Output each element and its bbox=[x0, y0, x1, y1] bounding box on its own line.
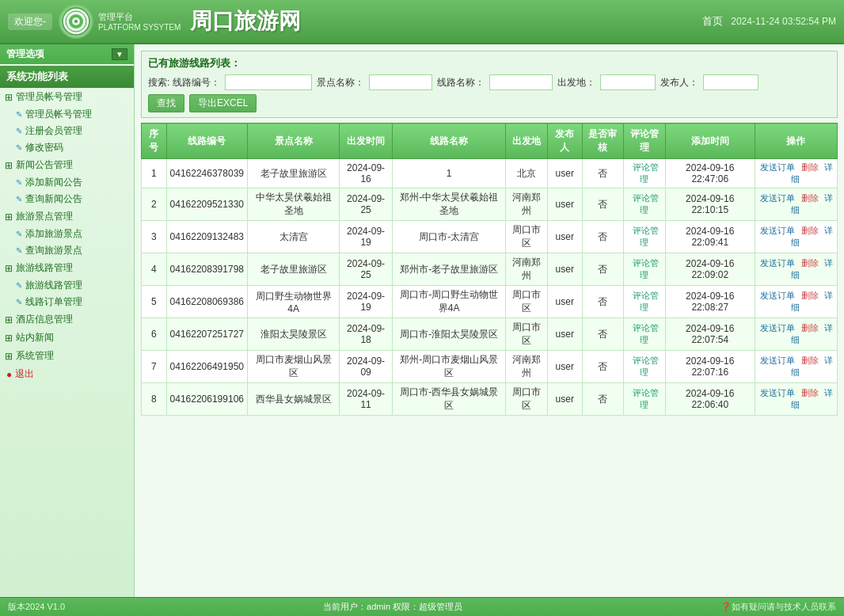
sidebar-section-hotel-title[interactable]: ⊞酒店信息管理 bbox=[0, 310, 134, 329]
cell-publisher: user bbox=[548, 188, 582, 221]
comment-link[interactable]: 评论管理 bbox=[633, 356, 659, 377]
cell-comment[interactable]: 评论管理 bbox=[624, 318, 666, 351]
send-order-link[interactable]: 发送订单 bbox=[760, 323, 795, 333]
cell-depart-time: 2024-09-16 bbox=[340, 159, 393, 188]
delete-link[interactable]: 删除 bbox=[801, 291, 819, 300]
logo bbox=[59, 4, 93, 39]
content-area: 已有旅游线路列表： 搜索: 线路编号： 景点名称： 线路名称： 出发地： 发布人… bbox=[135, 44, 844, 597]
send-order-link[interactable]: 发送订单 bbox=[760, 162, 795, 172]
depart-label: 出发地： bbox=[557, 76, 595, 89]
delete-link[interactable]: 删除 bbox=[801, 226, 819, 235]
exit-button[interactable]: ● 退出 bbox=[0, 365, 134, 383]
home-link[interactable]: 首页 bbox=[702, 14, 723, 29]
send-order-link[interactable]: 发送订单 bbox=[760, 226, 795, 235]
comment-link[interactable]: 评论管理 bbox=[633, 193, 659, 215]
cell-comment[interactable]: 评论管理 bbox=[624, 351, 666, 383]
sidebar-item-password[interactable]: ✎ 修改密码 bbox=[0, 139, 134, 156]
sidebar-section-admin: ⊞管理员帐号管理 ✎ 管理员帐号管理 ✎ 注册会员管理 ✎ 修改密码 bbox=[0, 88, 134, 156]
exit-icon: ● bbox=[6, 369, 12, 380]
th-add-time: 添加时间 bbox=[665, 124, 755, 159]
route-name-input[interactable] bbox=[489, 74, 553, 90]
sidebar-toggle-icon[interactable]: ▼ bbox=[112, 48, 127, 60]
search-row: 搜索: 线路编号： 景点名称： 线路名称： 出发地： 发布人： bbox=[148, 74, 831, 90]
table-row: 8 04162206199106 西华县女娲城景区 2024-09-11 周口市… bbox=[142, 383, 838, 416]
help-link[interactable]: ❓如有疑问请与技术人员联系 bbox=[720, 601, 836, 613]
cell-seq: 6 bbox=[142, 318, 167, 351]
sidebar-item-member[interactable]: ✎ 注册会员管理 bbox=[0, 123, 134, 139]
cell-code: 04162207251727 bbox=[166, 318, 247, 351]
th-comment: 评论管理 bbox=[624, 124, 666, 159]
cell-code: 04162209521330 bbox=[166, 188, 247, 221]
cell-spot: 太清宫 bbox=[247, 221, 339, 253]
cell-route-name: 郑州市-老子故里旅游区 bbox=[392, 253, 505, 286]
sidebar-section-route-title[interactable]: ⊞旅游线路管理 bbox=[0, 259, 134, 277]
search-button[interactable]: 查找 bbox=[148, 94, 184, 112]
comment-link[interactable]: 评论管理 bbox=[633, 258, 659, 279]
sidebar: 管理选项 ▼ 系统功能列表 ⊞管理员帐号管理 ✎ 管理员帐号管理 ✎ 注册会员管… bbox=[0, 44, 135, 597]
cell-depart-time: 2024-09-09 bbox=[340, 351, 393, 383]
cell-add-time: 2024-09-16 22:47:06 bbox=[665, 159, 755, 188]
send-order-link[interactable]: 发送订单 bbox=[760, 356, 795, 365]
cell-depart-place: 周口市区 bbox=[506, 286, 548, 318]
cell-audited: 否 bbox=[582, 221, 624, 253]
cell-comment[interactable]: 评论管理 bbox=[624, 159, 666, 188]
send-order-link[interactable]: 发送订单 bbox=[760, 388, 795, 397]
search-bar: 已有旅游线路列表： 搜索: 线路编号： 景点名称： 线路名称： 出发地： 发布人… bbox=[141, 51, 838, 118]
main-layout: 管理选项 ▼ 系统功能列表 ⊞管理员帐号管理 ✎ 管理员帐号管理 ✎ 注册会员管… bbox=[0, 44, 844, 597]
sidebar-section-system: ⊞系统管理 bbox=[0, 347, 134, 365]
comment-link[interactable]: 评论管理 bbox=[633, 291, 659, 312]
delete-link[interactable]: 删除 bbox=[801, 258, 819, 268]
publisher-input[interactable] bbox=[703, 74, 758, 90]
send-order-link[interactable]: 发送订单 bbox=[760, 193, 795, 203]
sidebar-item-query-spot[interactable]: ✎ 查询旅游景点 bbox=[0, 242, 134, 259]
sidebar-item-add-spot[interactable]: ✎ 添加旅游景点 bbox=[0, 226, 134, 242]
delete-link[interactable]: 删除 bbox=[801, 323, 819, 333]
cell-depart-place: 周口市区 bbox=[506, 221, 548, 253]
sidebar-section-admin-title[interactable]: ⊞管理员帐号管理 bbox=[0, 88, 134, 106]
delete-link[interactable]: 删除 bbox=[801, 356, 819, 365]
delete-link[interactable]: 删除 bbox=[801, 162, 819, 172]
cell-comment[interactable]: 评论管理 bbox=[624, 188, 666, 221]
cell-spot: 周口市麦烟山风景区 bbox=[247, 351, 339, 383]
publisher-label: 发布人： bbox=[660, 76, 698, 89]
delete-link[interactable]: 删除 bbox=[801, 388, 819, 397]
cell-depart-time: 2024-09-19 bbox=[340, 221, 393, 253]
cell-comment[interactable]: 评论管理 bbox=[624, 383, 666, 416]
sidebar-section-sitenews-title[interactable]: ⊞站内新闻 bbox=[0, 329, 134, 347]
comment-link[interactable]: 评论管理 bbox=[633, 162, 659, 184]
delete-link[interactable]: 删除 bbox=[801, 193, 819, 203]
sidebar-item-admin-account[interactable]: ✎ 管理员帐号管理 bbox=[0, 106, 134, 123]
route-code-input[interactable] bbox=[225, 74, 312, 90]
sidebar-item-route-order[interactable]: ✎ 线路订单管理 bbox=[0, 294, 134, 310]
spot-name-input[interactable] bbox=[369, 74, 432, 90]
send-order-link[interactable]: 发送订单 bbox=[760, 291, 795, 300]
table-row: 3 04162209132483 太清宫 2024-09-19 周口市-太清宫 … bbox=[142, 221, 838, 253]
send-order-link[interactable]: 发送订单 bbox=[760, 258, 795, 268]
comment-link[interactable]: 评论管理 bbox=[633, 388, 659, 409]
sidebar-section-news-title[interactable]: ⊞新闻公告管理 bbox=[0, 156, 134, 174]
table-row: 1 04162246378039 老子故里旅游区 2024-09-16 1 北京… bbox=[142, 159, 838, 188]
cell-audited: 否 bbox=[582, 286, 624, 318]
sidebar-section-spot-title[interactable]: ⊞旅游景点管理 bbox=[0, 207, 134, 226]
header: 欢迎您- 管理平台 PLATFORM SYSYTEM 周口旅游网 首页 2024… bbox=[0, 0, 844, 44]
comment-link[interactable]: 评论管理 bbox=[633, 226, 659, 247]
cell-spot: 老子故里旅游区 bbox=[247, 159, 339, 188]
comment-link[interactable]: 评论管理 bbox=[633, 323, 659, 344]
cell-depart-place: 河南郑州 bbox=[506, 351, 548, 383]
cell-comment[interactable]: 评论管理 bbox=[624, 253, 666, 286]
cell-actions: 发送订单 删除 详细 bbox=[755, 188, 837, 221]
export-button[interactable]: 导出EXCEL bbox=[189, 94, 257, 112]
cell-spot: 周口野生动物世界4A bbox=[247, 286, 339, 318]
cell-spot: 淮阳太昊陵景区 bbox=[247, 318, 339, 351]
th-audited: 是否审核 bbox=[582, 124, 624, 159]
cell-route-name: 郑州-中华太昊伏羲始祖圣地 bbox=[392, 188, 505, 221]
cell-comment[interactable]: 评论管理 bbox=[624, 286, 666, 318]
sidebar-item-query-news[interactable]: ✎ 查询新闻公告 bbox=[0, 191, 134, 207]
btn-row: 查找 导出EXCEL bbox=[148, 94, 831, 112]
sidebar-section-system-title[interactable]: ⊞系统管理 bbox=[0, 347, 134, 365]
sidebar-item-route-manage[interactable]: ✎ 旅游线路管理 bbox=[0, 277, 134, 294]
sidebar-item-add-news[interactable]: ✎ 添加新闻公告 bbox=[0, 174, 134, 191]
cell-route-name: 1 bbox=[392, 159, 505, 188]
depart-input[interactable] bbox=[600, 74, 656, 90]
cell-comment[interactable]: 评论管理 bbox=[624, 221, 666, 253]
